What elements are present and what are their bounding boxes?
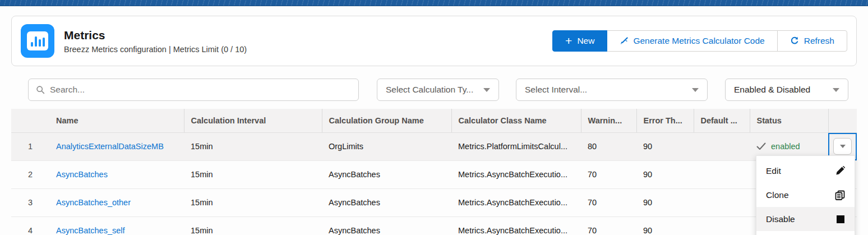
cell-default	[694, 216, 750, 235]
metrics-bar-chart-icon	[21, 24, 54, 58]
column-header-calculator-class-name: Calculator Class Name	[451, 109, 581, 132]
row-number: 3	[11, 188, 49, 216]
row-actions-context-menu: Edit Clone Disable	[756, 155, 855, 235]
status-badge: enabled	[771, 142, 800, 151]
status-filter-select[interactable]: Enabled & Disabled	[725, 79, 848, 101]
menu-item-clone[interactable]: Clone	[756, 183, 855, 207]
interval-select[interactable]: Select Interval...	[516, 79, 708, 101]
cell-calculator: Metrics.AsyncBatchExecutio...	[451, 188, 581, 216]
new-button-label: New	[577, 36, 594, 46]
cell-group: OrgLimits	[322, 132, 451, 160]
table-row: 2 AsyncBatches 15min AsyncBatches Metric…	[11, 160, 857, 188]
metrics-admin-page: Metrics Breezz Metrics configuration | M…	[0, 0, 868, 235]
cell-default	[694, 132, 750, 160]
menu-item-clone-label: Clone	[766, 190, 789, 200]
row-number: 2	[11, 160, 49, 188]
refresh-button-label: Refresh	[804, 36, 834, 46]
cell-warning: 70	[581, 188, 636, 216]
cell-default	[694, 188, 750, 216]
cell-interval: 15min	[184, 216, 322, 235]
chevron-down-icon	[833, 88, 839, 92]
page-subtitle: Breezz Metrics configuration | Metrics L…	[64, 45, 247, 54]
calculation-type-select[interactable]: Select Calculation Ty...	[377, 79, 499, 101]
refresh-button[interactable]: Refresh	[777, 30, 847, 52]
global-nav-bar	[0, 0, 868, 6]
menu-item-disable-label: Disable	[766, 214, 795, 224]
column-header-default: Default ...	[694, 109, 750, 132]
chevron-down-icon	[483, 88, 490, 92]
metrics-table-wrap: Name Calculation Interval Calculation Gr…	[11, 109, 857, 235]
cell-interval: 15min	[184, 160, 322, 188]
cell-error: 90	[636, 188, 694, 216]
menu-item-edit[interactable]: Edit	[756, 159, 855, 183]
column-header-error-threshold: Error Th...	[636, 109, 694, 132]
metric-name-link[interactable]: AnalyticsExternalDataSizeMB	[56, 142, 164, 151]
cell-error: 90	[636, 160, 694, 188]
generate-metrics-calculator-code-button[interactable]: Generate Metrics Calculator Code	[607, 30, 777, 52]
search-icon	[36, 85, 45, 94]
cell-interval: 15min	[184, 132, 322, 160]
table-header-row: Name Calculation Interval Calculation Gr…	[11, 109, 857, 132]
cell-default	[694, 160, 750, 188]
cell-warning: 80	[581, 132, 636, 160]
table-row: 4 AsyncBatches_self 15min AsyncBatches M…	[11, 216, 857, 235]
filter-row: Select Calculation Ty... Select Interval…	[11, 79, 857, 101]
cell-interval: 15min	[184, 188, 322, 216]
interval-select-value: Select Interval...	[525, 85, 587, 95]
check-icon	[756, 142, 766, 150]
generate-button-label: Generate Metrics Calculator Code	[633, 36, 764, 46]
copy-icon	[835, 190, 845, 200]
column-header-calculation-interval: Calculation Interval	[184, 109, 322, 132]
cell-calculator: Metrics.AsyncBatchExecutio...	[451, 216, 581, 235]
menu-item-disable[interactable]: Disable	[756, 207, 855, 231]
status-filter-select-value: Enabled & Disabled	[734, 85, 810, 95]
cell-calculator: Metrics.AsyncBatchExecutio...	[451, 160, 581, 188]
cell-calculator: Metrics.PlatformLimitsCalcul...	[451, 132, 581, 160]
table-row: 3 AsyncBatches_other 15min AsyncBatches …	[11, 188, 857, 216]
page-title-block: Metrics Breezz Metrics configuration | M…	[64, 29, 247, 54]
plus-icon: +	[565, 35, 572, 47]
page-title: Metrics	[64, 29, 247, 42]
pencil-icon	[835, 166, 845, 176]
cell-warning: 70	[581, 160, 636, 188]
cell-warning: 70	[581, 216, 636, 235]
metrics-table: Name Calculation Interval Calculation Gr…	[11, 109, 857, 235]
new-button[interactable]: + New	[552, 30, 607, 52]
metric-name-link[interactable]: AsyncBatches_self	[56, 226, 125, 235]
stop-square-icon	[836, 215, 845, 224]
column-header-actions	[828, 109, 857, 132]
column-header-name: Name	[49, 109, 184, 132]
cell-group: AsyncBatches	[322, 188, 451, 216]
refresh-icon	[790, 36, 799, 45]
metric-name-link[interactable]: AsyncBatches_other	[56, 198, 131, 207]
calculation-type-select-value: Select Calculation Ty...	[386, 85, 473, 95]
column-header-warning: Warnin...	[581, 109, 636, 132]
cell-group: AsyncBatches	[322, 216, 451, 235]
cell-group: AsyncBatches	[322, 160, 451, 188]
column-header-rownum	[11, 109, 49, 132]
row-number: 4	[11, 216, 49, 235]
metric-name-link[interactable]: AsyncBatches	[56, 170, 108, 179]
search-box	[28, 79, 359, 101]
menu-item-edit-label: Edit	[766, 166, 781, 176]
page-header-card: Metrics Breezz Metrics configuration | M…	[11, 16, 857, 66]
column-header-status: Status	[750, 109, 828, 132]
wand-icon	[620, 37, 628, 45]
cell-error: 90	[636, 216, 694, 235]
column-header-calculation-group-name: Calculation Group Name	[322, 109, 451, 132]
header-button-group: + New Generate Metrics Calculator Code	[552, 30, 847, 52]
chevron-down-icon	[692, 88, 699, 92]
chevron-down-icon	[840, 145, 846, 148]
row-number: 1	[11, 132, 49, 160]
search-input[interactable]	[50, 85, 351, 95]
cell-error: 90	[636, 132, 694, 160]
table-row: 1 AnalyticsExternalDataSizeMB 15min OrgL…	[11, 132, 857, 160]
row-actions-menu-button[interactable]	[833, 138, 852, 155]
